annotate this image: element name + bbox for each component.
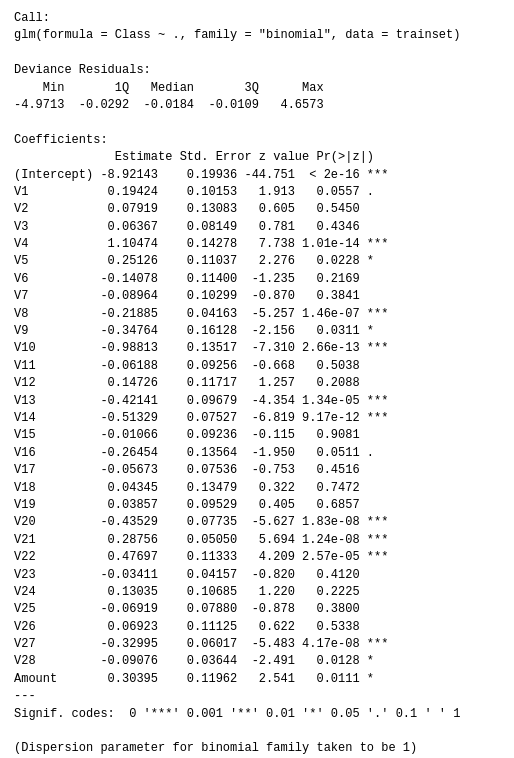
r-output: Call: glm(formula = Class ~ ., family = … <box>14 10 500 758</box>
